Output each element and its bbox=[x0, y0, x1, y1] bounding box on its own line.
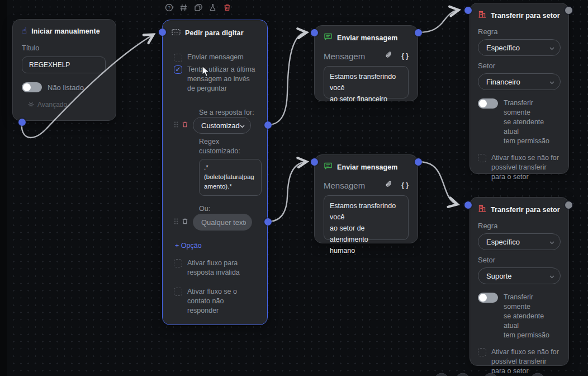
node-start-manual[interactable]: ☝ Iniciar manualmente Título REGEXHELP N… bbox=[12, 19, 116, 121]
message-textarea[interactable]: Estamos transferindo você ao setor de at… bbox=[324, 195, 409, 240]
chevron-down-icon bbox=[549, 78, 554, 86]
node-title: Enviar mensagem bbox=[337, 34, 398, 42]
fallback-flow-label: Ativar fluxo se não for possível transfe… bbox=[491, 347, 559, 376]
sector-value: Suporte bbox=[486, 272, 512, 280]
node-send-message-1[interactable]: Enviar mensagem Mensagem { } Estamos tra… bbox=[314, 25, 418, 101]
test-flask-icon[interactable] bbox=[208, 3, 217, 12]
no-response-checkbox[interactable] bbox=[174, 288, 182, 296]
chat-message-icon bbox=[324, 162, 333, 172]
rule-select[interactable]: Específico bbox=[478, 233, 561, 250]
rule-select[interactable]: Específico bbox=[478, 39, 561, 56]
connector-out-ask-option1[interactable] bbox=[264, 121, 272, 129]
permission-toggle[interactable] bbox=[478, 293, 498, 303]
send-message-checkbox[interactable] bbox=[174, 54, 182, 62]
canvas-edge bbox=[0, 0, 7, 376]
permission-toggle-label: Transferir somente se atendente atual te… bbox=[504, 98, 561, 146]
connector-out-send2[interactable] bbox=[415, 158, 422, 166]
advanced-label[interactable]: Avançado bbox=[37, 101, 67, 109]
title-field-label: Título bbox=[22, 44, 107, 52]
node-title: Iniciar manualmente bbox=[31, 27, 100, 35]
not-listed-toggle[interactable] bbox=[22, 82, 42, 92]
sector-label: Setor bbox=[478, 62, 561, 70]
message-label: Mensagem bbox=[324, 51, 385, 61]
node-transfer-sector-2[interactable]: Transferir para setor Regra Específico S… bbox=[470, 197, 569, 366]
condition-label: Se a resposta for: bbox=[199, 109, 254, 116]
connector-in-send1[interactable] bbox=[311, 29, 318, 36]
permission-toggle-label: Transferir somente se atendente atual te… bbox=[504, 293, 561, 340]
message-label: Mensagem bbox=[324, 181, 385, 190]
hand-pointer-icon: ☝ bbox=[22, 27, 27, 35]
id-hash-icon[interactable] bbox=[179, 3, 188, 12]
connector-in-transfer1[interactable] bbox=[464, 7, 472, 14]
keyboard-icon bbox=[172, 28, 181, 38]
node-title: Enviar mensagem bbox=[337, 163, 398, 171]
connector-out-ask-option2[interactable] bbox=[264, 218, 272, 225]
node-transfer-sector-1[interactable]: Transferir para setor Regra Específico S… bbox=[470, 3, 569, 174]
delete-trash-icon[interactable] bbox=[222, 3, 232, 12]
attachment-paperclip-icon[interactable] bbox=[385, 51, 392, 61]
variables-braces-icon[interactable]: { } bbox=[401, 181, 409, 189]
sector-value: Financeiro bbox=[486, 78, 520, 86]
node-toolbar: ? bbox=[164, 3, 232, 12]
title-input[interactable]: REGEXHELP bbox=[22, 57, 106, 73]
invalid-response-checkbox[interactable] bbox=[174, 259, 182, 267]
edge-ask-to-send1 bbox=[268, 32, 306, 125]
gear-icon bbox=[28, 100, 34, 110]
no-response-label: Ativar fluxo se o contato não responder bbox=[187, 287, 237, 316]
rule-value: Específico bbox=[486, 238, 520, 246]
chevron-down-icon bbox=[549, 238, 554, 246]
chevron-down-icon bbox=[549, 272, 554, 280]
delete-option-icon[interactable] bbox=[182, 217, 188, 227]
fallback-flow-label: Ativar fluxo se não for possível transfe… bbox=[491, 153, 559, 182]
connector-out-start[interactable] bbox=[18, 119, 26, 126]
chat-message-icon bbox=[324, 32, 333, 43]
mouse-cursor bbox=[201, 65, 211, 80]
connector-out-send1[interactable] bbox=[415, 29, 422, 36]
rule-value: Específico bbox=[486, 44, 520, 52]
edge-send1-to-transfer1 bbox=[418, 10, 458, 32]
title-input-value: REGEXHELP bbox=[29, 61, 70, 69]
sector-label: Setor bbox=[478, 256, 561, 264]
connector-in-transfer2[interactable] bbox=[464, 201, 472, 209]
building-icon bbox=[478, 204, 486, 215]
duplicate-icon[interactable] bbox=[193, 3, 203, 12]
drag-handle-icon[interactable] bbox=[174, 217, 178, 227]
reuse-last-message-checkbox[interactable] bbox=[174, 65, 182, 74]
response-type-select[interactable]: Customizado bbox=[193, 117, 251, 134]
drag-handle-icon[interactable] bbox=[174, 120, 178, 130]
node-title: Pedir para digitar bbox=[185, 29, 244, 37]
connector-out-transfer1[interactable] bbox=[565, 7, 572, 14]
fallback-flow-checkbox[interactable] bbox=[478, 348, 486, 356]
help-icon[interactable]: ? bbox=[164, 3, 174, 12]
node-title: Transferir para setor bbox=[491, 206, 560, 214]
fallback-flow-checkbox[interactable] bbox=[478, 154, 486, 162]
chevron-down-icon bbox=[240, 121, 245, 130]
sector-select[interactable]: Suporte bbox=[478, 267, 561, 284]
message-textarea[interactable]: Estamos transferindo você ao setor finan… bbox=[324, 66, 409, 98]
regex-textarea[interactable]: .* (boleto|fatura|pagamento).* bbox=[199, 159, 262, 196]
building-icon bbox=[478, 10, 486, 21]
node-ask-to-type[interactable]: Pedir para digitar Enviar mensagem Tenta… bbox=[162, 20, 268, 325]
node-send-message-2[interactable]: Enviar mensagem Mensagem { } Estamos tra… bbox=[314, 154, 418, 243]
regex-label: Regex customizado: bbox=[199, 137, 240, 156]
connector-in-ask[interactable] bbox=[159, 29, 166, 36]
svg-text:?: ? bbox=[168, 5, 170, 11]
not-listed-label: Não listado bbox=[48, 83, 84, 92]
send-message-checkbox-label: Enviar mensagem bbox=[187, 53, 244, 61]
response-type-value: Customizado bbox=[201, 121, 240, 130]
delete-option-icon[interactable] bbox=[182, 120, 188, 130]
connector-out-transfer2[interactable] bbox=[565, 201, 572, 209]
attachment-paperclip-icon[interactable] bbox=[385, 180, 392, 190]
chevron-down-icon bbox=[549, 44, 554, 52]
add-option-link[interactable]: + Opção bbox=[175, 242, 202, 250]
connector-in-send2[interactable] bbox=[311, 158, 318, 166]
rule-label: Regra bbox=[478, 222, 561, 230]
edge-send2-to-transfer2 bbox=[418, 162, 457, 204]
invalid-response-label: Ativar fluxo para resposta inválida bbox=[187, 258, 240, 278]
permission-toggle[interactable] bbox=[478, 98, 498, 109]
sector-select[interactable]: Financeiro bbox=[478, 73, 561, 90]
reuse-last-message-label: Tentar utilizar a última mensagem ao inv… bbox=[187, 65, 255, 93]
rule-label: Regra bbox=[478, 27, 561, 36]
any-text-select[interactable]: Qualquer texto bbox=[193, 214, 252, 231]
variables-braces-icon[interactable]: { } bbox=[401, 52, 409, 60]
